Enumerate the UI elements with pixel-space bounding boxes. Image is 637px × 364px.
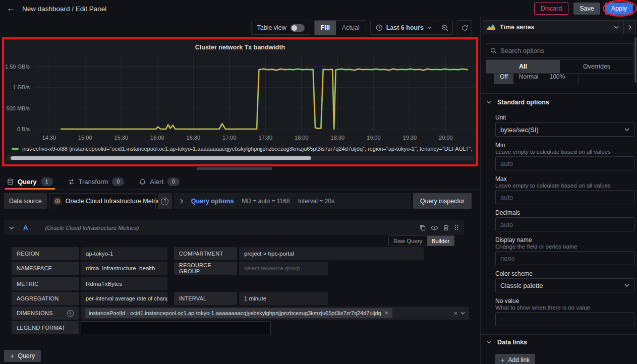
option-100pct[interactable]: 100% [544, 74, 570, 84]
zoom-out-button[interactable] [437, 21, 452, 34]
clear-dimensions-icon[interactable]: × [453, 310, 457, 317]
options-scrollbar-thumb[interactable] [634, 37, 636, 83]
aggregation-field-label: AGGREGATION [12, 292, 79, 305]
options-search-box[interactable] [486, 43, 634, 57]
tab-alert-count: 0 [167, 177, 180, 186]
chart-plot[interactable] [37, 56, 475, 132]
decimals-input[interactable] [495, 217, 634, 231]
hide-query-eye-icon[interactable] [431, 225, 438, 230]
legend-format-input[interactable] [81, 321, 271, 334]
aggregation-field-value[interactable]: per-interval average rate of change [81, 292, 167, 305]
min-input[interactable] [495, 156, 634, 170]
tab-transform[interactable]: Transform 0 [68, 173, 125, 190]
interval-field-label: INTERVAL [174, 292, 237, 305]
min-label: Min [495, 142, 505, 149]
query-datasource-subtitle: (Oracle Cloud Infrastructure Metrics) [45, 225, 139, 231]
x-axis-label: 16:00 [150, 135, 164, 141]
plus-icon: + [10, 352, 14, 360]
max-input[interactable] [495, 190, 634, 204]
y-axis: 0 B/s500 MB/s1 GB/s1.50 GB/s [5, 56, 34, 132]
compartment-field-value[interactable]: project > hpc-portal [239, 247, 424, 260]
datasource-picker[interactable]: Oracle Cloud Infrastructure Metrics [49, 193, 156, 209]
chevron-down-icon [487, 101, 491, 104]
builder-button[interactable]: Builder [427, 236, 454, 246]
option-off[interactable]: Off [494, 74, 513, 84]
query-row-header[interactable]: A (Oracle Cloud Infrastructure Metrics) [4, 220, 464, 235]
chart-panel[interactable]: Cluster network Tx bandwidth 0 B/s500 MB… [4, 39, 476, 164]
legend-series-label[interactable]: inst-echvo-x9-ol88 {instancepoolid="ocid… [22, 146, 473, 152]
min-help-text: Leave empty to calculate based on all va… [495, 149, 611, 155]
tab-all[interactable]: All [486, 60, 560, 73]
actual-button[interactable]: Actual [336, 21, 366, 35]
chevron-down-icon[interactable] [460, 312, 465, 315]
refresh-button[interactable] [457, 20, 472, 35]
back-arrow-icon[interactable]: ← [4, 2, 18, 16]
resource-group-field-value[interactable]: select resource group [239, 262, 328, 275]
delete-query-trash-icon[interactable] [443, 224, 449, 231]
remove-dimension-icon[interactable]: × [385, 310, 388, 317]
unit-select[interactable]: bytes/sec(SI) [495, 123, 634, 137]
x-axis-label: 15:00 [78, 135, 92, 141]
standard-options-section-header[interactable]: Standard options [487, 99, 549, 106]
dimension-tag-chip: instancePoolId - ocid1.instancepool.oc1.… [85, 308, 392, 318]
tab-query[interactable]: Query 1 [7, 173, 53, 190]
top-bar-actions: Discard Save Apply [534, 3, 633, 15]
legend-scrollbar-thumb[interactable] [11, 156, 311, 160]
display-name-help-text: Change the field or series name [495, 244, 577, 250]
bell-icon [139, 178, 146, 185]
clock-icon [376, 24, 383, 31]
plus-icon: + [501, 356, 505, 364]
datasource-help-button[interactable]: ? [158, 193, 172, 209]
add-link-button[interactable]: + Add link [495, 354, 535, 364]
duplicate-query-icon[interactable] [419, 224, 426, 231]
x-axis-label: 15:30 [114, 135, 129, 141]
tab-alert[interactable]: Alert 0 [139, 173, 180, 190]
x-axis-label: 14:30 [42, 135, 56, 141]
no-value-input[interactable] [495, 312, 634, 326]
grafana-edit-panel-screen: ← New dashboard / Edit Panel Discard Sav… [0, 0, 637, 364]
chevron-down-icon[interactable] [614, 26, 619, 29]
options-tabs: All Overrides [486, 59, 634, 74]
raw-query-button[interactable]: Raw Query [389, 236, 427, 246]
tab-overrides[interactable]: Overrides [560, 60, 633, 73]
chevron-right-icon[interactable] [180, 199, 183, 204]
interval-field-value[interactable]: 1 minute [239, 292, 328, 305]
namespace-field-value[interactable]: rdma_infrastructure_health [81, 262, 167, 275]
x-axis-label: 18:30 [331, 135, 345, 141]
query-inspector-button[interactable]: Query inspector [413, 193, 472, 209]
table-view-toggle[interactable] [291, 24, 305, 32]
chevron-down-icon [624, 284, 629, 287]
legend-row[interactable]: inst-echvo-x9-ol88 {instancepoolid="ocid… [12, 145, 473, 153]
legend-scrollbar[interactable] [7, 156, 474, 160]
max-label: Max [495, 175, 507, 183]
region-field-value[interactable]: ap-tokyo-1 [81, 247, 167, 260]
field-row: DIMENSIONS i instancePoolId - ocid1.inst… [12, 307, 469, 320]
info-icon[interactable]: i [67, 310, 74, 317]
dimensions-select[interactable]: instancePoolId - ocid1.instancepool.oc1.… [81, 307, 469, 320]
options-search-input[interactable] [500, 47, 629, 54]
chevron-down-icon[interactable] [9, 226, 14, 229]
option-normal[interactable]: Normal [513, 74, 544, 84]
apply-button[interactable]: Apply [605, 3, 633, 15]
collapse-pane-chevron-icon[interactable] [628, 25, 631, 30]
metric-field-value[interactable]: RdmaTxBytes [81, 277, 167, 290]
save-button[interactable]: Save [573, 3, 600, 15]
panel-resize-handle[interactable] [197, 167, 272, 170]
y-axis-label: 1.50 GB/s [5, 64, 30, 70]
time-range-picker[interactable]: Last 6 hours [371, 21, 437, 34]
add-query-button[interactable]: + Query [4, 350, 41, 362]
data-links-section-header[interactable]: Data links [487, 339, 527, 346]
color-scheme-select[interactable]: Classic palette [495, 278, 634, 292]
discard-button[interactable]: Discard [534, 3, 568, 15]
namespace-field-label: NAMESPACE [12, 262, 79, 275]
color-scheme-value: Classic palette [500, 282, 543, 289]
drag-query-grip-icon[interactable] [454, 224, 459, 231]
display-name-input[interactable] [495, 251, 634, 265]
visualization-picker[interactable]: Time series [483, 20, 636, 34]
dimension-tag-text: instancePoolId - ocid1.instancepool.oc1.… [89, 310, 381, 316]
add-link-label: Add link [508, 356, 530, 363]
resource-group-field-label: RESOURCE GROUP [174, 262, 237, 275]
x-axis-label: 17:00 [222, 135, 237, 141]
query-options-link[interactable]: Query options [191, 198, 234, 205]
fill-button[interactable]: Fill [315, 21, 336, 35]
